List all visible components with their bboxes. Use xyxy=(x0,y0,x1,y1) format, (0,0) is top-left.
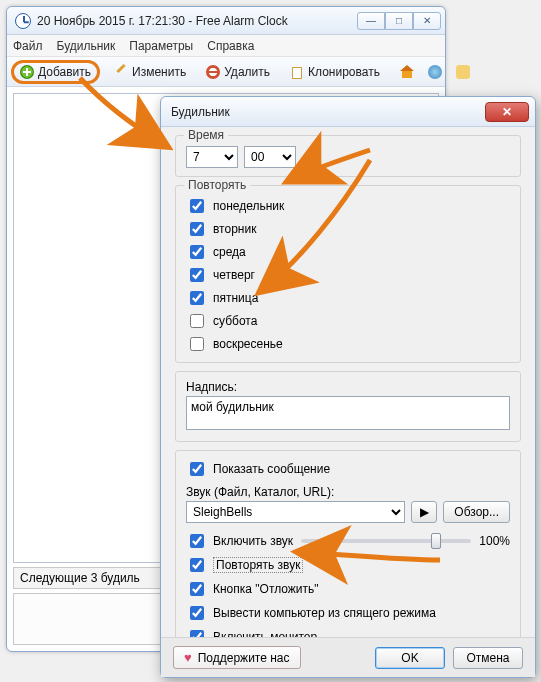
close-button[interactable]: ✕ xyxy=(413,12,441,30)
menubar: Файл Будильник Параметры Справка xyxy=(7,35,445,57)
time-group: Время 7 00 xyxy=(175,135,521,177)
day-mon[interactable]: понедельник xyxy=(186,196,510,216)
globe-icon xyxy=(428,65,442,79)
caption-input[interactable]: мой будильник xyxy=(186,396,510,430)
maximize-button[interactable]: □ xyxy=(385,12,413,30)
dialog-title: Будильник xyxy=(171,105,485,119)
day-sat-check[interactable] xyxy=(190,314,204,328)
help-icon xyxy=(456,65,470,79)
show-message-label: Показать сообщение xyxy=(213,462,330,476)
show-message[interactable]: Показать сообщение xyxy=(186,459,510,479)
menu-alarm[interactable]: Будильник xyxy=(57,39,116,53)
repeat-group-label: Повторять xyxy=(184,178,250,192)
status-text: Следующие 3 будиль xyxy=(20,571,140,585)
day-tue-label: вторник xyxy=(213,222,256,236)
add-label: Добавить xyxy=(38,65,91,79)
clock-icon xyxy=(15,13,31,29)
dialog-footer: ♥ Поддержите нас OK Отмена xyxy=(161,637,535,677)
day-thu[interactable]: четверг xyxy=(186,265,510,285)
cancel-button[interactable]: Отмена xyxy=(453,647,523,669)
monitor-label: Включить монитор xyxy=(213,630,317,637)
delete-button[interactable]: Удалить xyxy=(200,62,276,82)
help-button[interactable] xyxy=(450,62,476,82)
day-tue[interactable]: вторник xyxy=(186,219,510,239)
day-wed[interactable]: среда xyxy=(186,242,510,262)
edit-label: Изменить xyxy=(132,65,186,79)
day-sun-check[interactable] xyxy=(190,337,204,351)
menu-help[interactable]: Справка xyxy=(207,39,254,53)
menu-params[interactable]: Параметры xyxy=(129,39,193,53)
globe-button[interactable] xyxy=(422,62,448,82)
snooze-check[interactable] xyxy=(190,582,204,596)
edit-button[interactable]: Изменить xyxy=(108,62,192,82)
time-group-label: Время xyxy=(184,128,228,142)
dialog-body: Время 7 00 Повторять понедельник вторник… xyxy=(161,127,535,637)
home-button[interactable] xyxy=(394,62,420,82)
clone-button[interactable]: Клонировать xyxy=(284,62,386,82)
day-thu-label: четверг xyxy=(213,268,255,282)
support-label: Поддержите нас xyxy=(198,651,290,665)
heart-icon: ♥ xyxy=(184,650,192,665)
enable-sound-check[interactable] xyxy=(190,534,204,548)
home-icon xyxy=(400,65,414,79)
day-fri-check[interactable] xyxy=(190,291,204,305)
clone-label: Клонировать xyxy=(308,65,380,79)
delete-label: Удалить xyxy=(224,65,270,79)
day-tue-check[interactable] xyxy=(190,222,204,236)
pencil-icon xyxy=(114,65,128,79)
wake-label: Вывести компьютер из спящего режима xyxy=(213,606,436,620)
clone-icon xyxy=(290,65,304,79)
volume-slider[interactable] xyxy=(301,539,471,543)
main-titlebar[interactable]: 20 Ноябрь 2015 г. 17:21:30 - Free Alarm … xyxy=(7,7,445,35)
browse-button[interactable]: Обзор... xyxy=(443,501,510,523)
day-wed-label: среда xyxy=(213,245,246,259)
day-sat-label: суббота xyxy=(213,314,257,328)
toolbar: Добавить Изменить Удалить Клонировать xyxy=(7,57,445,87)
day-mon-check[interactable] xyxy=(190,199,204,213)
sound-label: Звук (Файл, Каталог, URL): xyxy=(186,485,510,499)
caption-label: Надпись: xyxy=(186,380,510,394)
main-title: 20 Ноябрь 2015 г. 17:21:30 - Free Alarm … xyxy=(37,14,357,28)
dialog-close-button[interactable]: ✕ xyxy=(485,102,529,122)
minute-select[interactable]: 00 xyxy=(244,146,296,168)
alarm-dialog: Будильник ✕ Время 7 00 Повторять понедел… xyxy=(160,96,536,678)
wake[interactable]: Вывести компьютер из спящего режима xyxy=(186,603,510,623)
support-button[interactable]: ♥ Поддержите нас xyxy=(173,646,301,669)
snooze[interactable]: Кнопка "Отложить" xyxy=(186,579,510,599)
snooze-label: Кнопка "Отложить" xyxy=(213,582,319,596)
day-mon-label: понедельник xyxy=(213,199,284,213)
slider-thumb[interactable] xyxy=(431,533,441,549)
play-button[interactable]: ▶ xyxy=(411,501,437,523)
day-sat[interactable]: суббота xyxy=(186,311,510,331)
volume-value: 100% xyxy=(479,534,510,548)
repeat-sound-label: Повторять звук xyxy=(213,557,303,573)
delete-icon xyxy=(206,65,220,79)
repeat-group: Повторять понедельник вторник среда четв… xyxy=(175,185,521,363)
sound-select[interactable]: SleighBells xyxy=(186,501,405,523)
ok-button[interactable]: OK xyxy=(375,647,445,669)
monitor[interactable]: Включить монитор xyxy=(186,627,510,637)
day-wed-check[interactable] xyxy=(190,245,204,259)
dialog-titlebar[interactable]: Будильник ✕ xyxy=(161,97,535,127)
options-group: Показать сообщение Звук (Файл, Каталог, … xyxy=(175,450,521,637)
minimize-button[interactable]: — xyxy=(357,12,385,30)
hour-select[interactable]: 7 xyxy=(186,146,238,168)
repeat-sound-check[interactable] xyxy=(190,558,204,572)
monitor-check[interactable] xyxy=(190,630,204,637)
day-thu-check[interactable] xyxy=(190,268,204,282)
day-fri-label: пятница xyxy=(213,291,258,305)
add-button[interactable]: Добавить xyxy=(11,60,100,84)
enable-sound-label: Включить звук xyxy=(213,534,293,548)
caption-group: Надпись: мой будильник xyxy=(175,371,521,442)
day-fri[interactable]: пятница xyxy=(186,288,510,308)
day-sun[interactable]: воскресенье xyxy=(186,334,510,354)
repeat-sound[interactable]: Повторять звук xyxy=(186,555,510,575)
show-message-check[interactable] xyxy=(190,462,204,476)
day-sun-label: воскресенье xyxy=(213,337,283,351)
enable-sound[interactable]: Включить звук xyxy=(186,531,293,551)
plus-icon xyxy=(20,65,34,79)
menu-file[interactable]: Файл xyxy=(13,39,43,53)
wake-check[interactable] xyxy=(190,606,204,620)
